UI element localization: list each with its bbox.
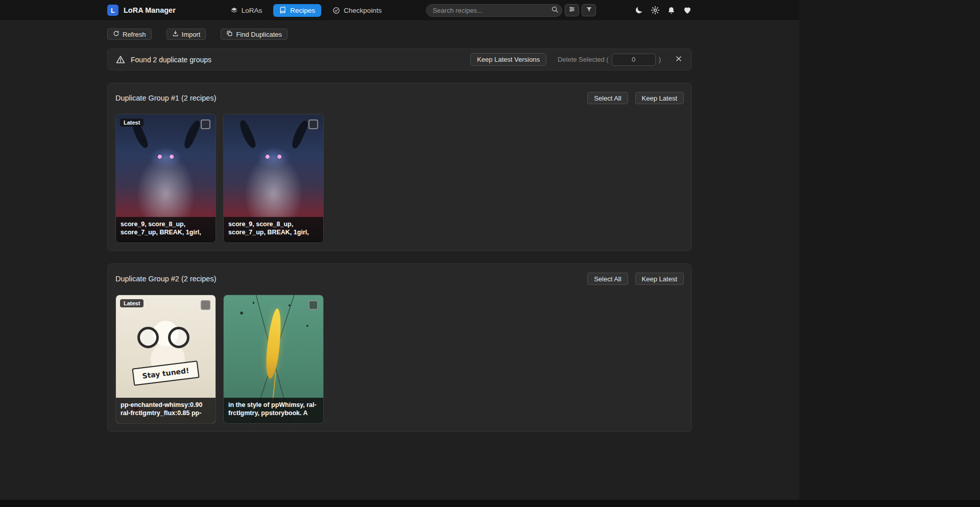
banner-actions: Keep Latest Versions Delete Selected ( ) xyxy=(470,53,683,66)
moon-icon[interactable] xyxy=(634,6,643,15)
nav-tabs: LoRAs Recipes Checkpoints xyxy=(224,4,388,17)
close-icon xyxy=(675,55,682,64)
duplicate-group-panel-1: Duplicate Group #1 (2 recipes) Select Al… xyxy=(107,83,692,251)
search-area xyxy=(426,4,596,17)
import-button[interactable]: Import xyxy=(166,29,206,40)
tab-recipes[interactable]: Recipes xyxy=(273,4,321,17)
card-select-checkbox[interactable] xyxy=(201,119,210,129)
group-1-actions: Select All Keep Latest xyxy=(587,92,684,104)
book-icon xyxy=(279,7,286,14)
refresh-icon xyxy=(113,30,119,38)
duplicates-icon xyxy=(226,30,233,38)
sliders-filter-button[interactable] xyxy=(565,4,579,16)
bottom-strip xyxy=(0,500,980,507)
layers-icon xyxy=(230,7,238,14)
warning-icon xyxy=(116,55,125,64)
delete-selected-prefix: Delete Selected ( xyxy=(558,56,609,63)
group-2-actions: Select All Keep Latest xyxy=(587,273,684,285)
check-circle-icon xyxy=(332,7,340,14)
banner-close-button[interactable] xyxy=(674,54,683,65)
import-icon xyxy=(172,30,179,38)
group-2-title: Duplicate Group #2 (2 recipes) xyxy=(115,275,216,283)
funnel-filter-button[interactable] xyxy=(582,4,596,16)
tab-checkpoints-label: Checkpoints xyxy=(344,7,381,14)
funnel-icon xyxy=(586,6,592,15)
group-2-header: Duplicate Group #2 (2 recipes) Select Al… xyxy=(115,272,684,286)
app-viewport: L LoRA Manager LoRAs Recipes xyxy=(0,0,799,500)
tab-loras[interactable]: LoRAs xyxy=(224,4,269,17)
tab-checkpoints[interactable]: Checkpoints xyxy=(326,4,388,17)
banner-message-wrap: Found 2 duplicate groups xyxy=(116,55,211,64)
toolbar: Refresh Import Find Duplicates xyxy=(107,29,692,40)
card-select-checkbox[interactable] xyxy=(201,300,210,310)
keep-latest-versions-button[interactable]: Keep Latest Versions xyxy=(470,53,546,66)
recipe-caption: in the style of ppWhimsy, ral-frctlgmtry… xyxy=(224,398,323,423)
delete-count-input[interactable] xyxy=(612,54,656,66)
group-2-select-all-button[interactable]: Select All xyxy=(587,273,628,285)
duplicate-group-panel-2: Duplicate Group #2 (2 recipes) Select Al… xyxy=(107,263,692,432)
recipe-caption: score_9, score_8_up, score_7_up, BREAK, … xyxy=(116,217,216,243)
sliders-icon xyxy=(568,6,576,15)
recipe-card[interactable]: Latest score_9, score_8_up, score_7_up, … xyxy=(115,114,216,243)
stay-tuned-sign: Stay tuned! xyxy=(132,360,200,385)
delete-selected-suffix: ) xyxy=(659,56,661,63)
search-box xyxy=(426,4,562,17)
navbar-inner: L LoRA Manager LoRAs Recipes xyxy=(107,0,692,20)
delete-selected-control[interactable]: Delete Selected ( ) xyxy=(558,54,661,66)
group-1-select-all-button[interactable]: Select All xyxy=(587,92,628,104)
group-2-keep-latest-button[interactable]: Keep Latest xyxy=(635,273,684,285)
import-button-label: Import xyxy=(182,31,201,38)
search-icon xyxy=(551,6,559,15)
group-1-title: Duplicate Group #1 (2 recipes) xyxy=(115,94,216,102)
recipe-card[interactable]: in the style of ppWhimsy, ral-frctlgmtry… xyxy=(223,295,324,424)
recipe-card[interactable]: score_9, score_8_up, score_7_up, BREAK, … xyxy=(223,114,324,243)
group-1-header: Duplicate Group #1 (2 recipes) Select Al… xyxy=(115,91,684,105)
app-logo: L xyxy=(107,5,118,16)
search-button[interactable] xyxy=(549,5,560,16)
find-duplicates-button[interactable]: Find Duplicates xyxy=(221,29,288,40)
group-1-cards: Latest score_9, score_8_up, score_7_up, … xyxy=(115,114,684,243)
banner-message: Found 2 duplicate groups xyxy=(131,56,211,64)
navbar: L LoRA Manager LoRAs Recipes xyxy=(0,0,799,21)
refresh-button-label: Refresh xyxy=(123,31,146,38)
latest-badge: Latest xyxy=(120,118,144,127)
tab-recipes-label: Recipes xyxy=(290,7,315,14)
group-2-cards: Stay tuned! Latest pp-enchanted-whimsy:0… xyxy=(115,295,684,424)
navbar-actions xyxy=(634,6,692,15)
recipe-caption: score_9, score_8_up, score_7_up, BREAK, … xyxy=(224,217,323,243)
find-duplicates-button-label: Find Duplicates xyxy=(236,31,282,38)
duplicates-banner: Found 2 duplicate groups Keep Latest Ver… xyxy=(107,49,692,70)
group-1-keep-latest-button[interactable]: Keep Latest xyxy=(635,92,684,104)
gear-icon[interactable] xyxy=(651,6,660,15)
recipe-caption: pp-enchanted-whimsy:0.90 ral-frctlgmtry_… xyxy=(116,398,216,423)
tab-loras-label: LoRAs xyxy=(242,7,262,14)
search-input[interactable] xyxy=(426,4,562,17)
app-title: LoRA Manager xyxy=(124,6,176,14)
app-logo-letter: L xyxy=(111,7,115,14)
bell-icon[interactable] xyxy=(667,6,676,15)
recipe-card[interactable]: Stay tuned! Latest pp-enchanted-whimsy:0… xyxy=(115,295,216,424)
heart-icon[interactable] xyxy=(683,6,692,15)
latest-badge: Latest xyxy=(120,299,144,307)
card-select-checkbox[interactable] xyxy=(308,119,318,129)
refresh-button[interactable]: Refresh xyxy=(107,29,152,40)
card-select-checkbox[interactable] xyxy=(308,300,318,310)
